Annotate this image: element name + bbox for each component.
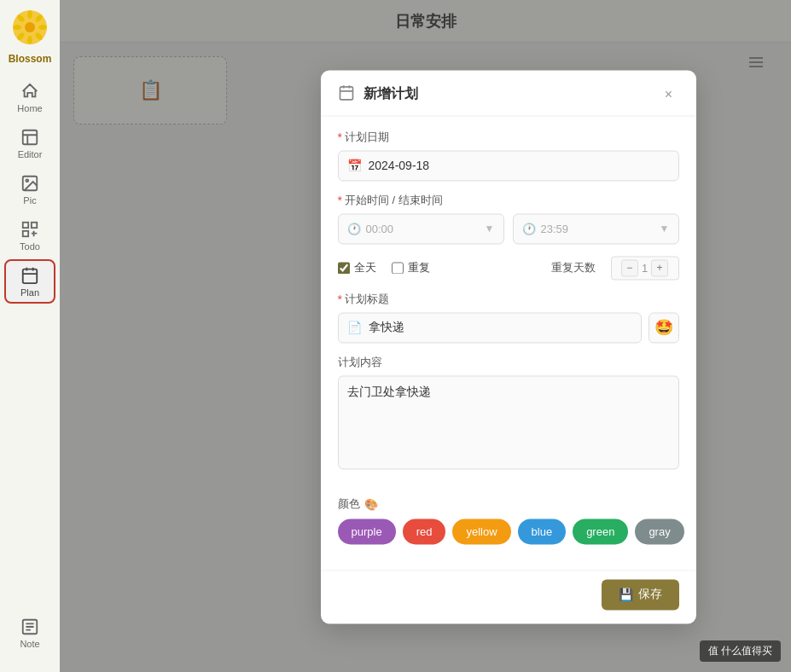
color-field: 颜色 🎨 purpleredyellowbluegreengray bbox=[338, 496, 679, 544]
sidebar: Blossom Home Editor Pic Todo Plan Note bbox=[0, 0, 60, 672]
sidebar-item-pic-label: Pic bbox=[23, 195, 36, 206]
sidebar-item-plan-label: Plan bbox=[20, 287, 39, 298]
plan-date-value[interactable] bbox=[369, 159, 670, 172]
svg-point-2 bbox=[27, 10, 32, 19]
repeat-days-input: − 1 + bbox=[611, 256, 679, 280]
svg-point-4 bbox=[38, 25, 47, 30]
start-time-select[interactable]: 🕐 00:00 ▼ bbox=[338, 213, 504, 244]
dialog-header: 新增计划 × bbox=[321, 70, 696, 116]
sidebar-item-todo-label: Todo bbox=[20, 241, 40, 252]
emoji-button[interactable]: 🤩 bbox=[649, 312, 679, 343]
sidebar-item-plan[interactable]: Plan bbox=[4, 259, 55, 304]
sidebar-item-todo[interactable]: Todo bbox=[4, 213, 55, 258]
svg-rect-14 bbox=[32, 222, 37, 227]
save-icon: 💾 bbox=[619, 588, 633, 601]
chevron-down-icon-end: ▼ bbox=[660, 223, 670, 235]
new-plan-dialog: 新增计划 × * 计划日期 📅 * 开始时间 / 结束时间 bbox=[321, 70, 696, 623]
chevron-down-icon: ▼ bbox=[485, 223, 495, 235]
color-btn-green[interactable]: green bbox=[573, 518, 628, 544]
color-label: 颜色 🎨 bbox=[338, 496, 679, 512]
calendar-icon: 📅 bbox=[347, 159, 362, 172]
start-time-value: 00:00 bbox=[366, 223, 394, 235]
dialog-header-icon bbox=[338, 84, 355, 105]
color-btn-red[interactable]: red bbox=[403, 518, 446, 544]
color-btn-yellow[interactable]: yellow bbox=[452, 518, 510, 544]
sidebar-item-home-label: Home bbox=[17, 103, 42, 113]
repeat-days-label: 重复天数 bbox=[551, 260, 596, 275]
plan-content-label: 计划内容 bbox=[338, 355, 679, 370]
time-row: 🕐 00:00 ▼ 🕐 23:59 ▼ bbox=[338, 213, 679, 244]
color-btn-purple[interactable]: purple bbox=[338, 518, 396, 544]
save-button[interactable]: 💾 保存 bbox=[602, 579, 679, 610]
svg-rect-13 bbox=[23, 222, 28, 227]
time-label: * 开始时间 / 结束时间 bbox=[338, 193, 679, 208]
doc-icon: 📄 bbox=[347, 321, 362, 334]
sidebar-item-home[interactable]: Home bbox=[4, 75, 55, 119]
plan-content-textarea[interactable]: 去门卫处拿快递 bbox=[338, 375, 679, 469]
svg-point-6 bbox=[27, 36, 32, 44]
color-row: purpleredyellowbluegreengray bbox=[338, 518, 679, 544]
palette-icon: 🎨 bbox=[364, 498, 378, 511]
plan-date-label: * 计划日期 bbox=[338, 130, 679, 145]
sidebar-item-note-label: Note bbox=[20, 639, 39, 649]
repeat-days-value: 1 bbox=[642, 262, 648, 275]
sidebar-item-editor[interactable]: Editor bbox=[4, 121, 55, 165]
watermark: 值 什么值得买 bbox=[700, 640, 781, 662]
app-logo bbox=[11, 9, 49, 49]
repeat-checkbox[interactable]: 重复 bbox=[392, 260, 430, 275]
plan-content-field: 计划内容 去门卫处拿快递 bbox=[338, 355, 679, 484]
dialog-footer: 💾 保存 bbox=[321, 570, 696, 623]
svg-point-1 bbox=[25, 22, 35, 32]
allday-checkbox[interactable]: 全天 bbox=[338, 260, 376, 275]
svg-rect-16 bbox=[23, 269, 38, 283]
close-button[interactable]: × bbox=[659, 84, 679, 105]
end-time-value: 23:59 bbox=[541, 223, 569, 235]
sidebar-item-pic[interactable]: Pic bbox=[4, 167, 55, 211]
end-time-select[interactable]: 🕐 23:59 ▼ bbox=[513, 213, 679, 244]
clock-icon: 🕐 bbox=[347, 223, 361, 235]
plan-title-input[interactable]: 📄 bbox=[338, 312, 642, 343]
repeat-days-decrease[interactable]: − bbox=[621, 259, 638, 276]
svg-rect-10 bbox=[23, 130, 38, 144]
options-row: 全天 重复 重复天数 − 1 + bbox=[338, 256, 679, 280]
dialog-title: 新增计划 bbox=[364, 85, 650, 103]
repeat-days-increase[interactable]: + bbox=[651, 259, 668, 276]
plan-date-field: * 计划日期 📅 bbox=[338, 130, 679, 181]
clock-icon-end: 🕐 bbox=[522, 223, 536, 235]
time-field: * 开始时间 / 结束时间 🕐 00:00 ▼ 🕐 23:59 ▼ bbox=[338, 193, 679, 244]
svg-point-8 bbox=[13, 25, 21, 30]
plan-date-input[interactable]: 📅 bbox=[338, 150, 679, 181]
svg-point-12 bbox=[26, 179, 28, 182]
plan-title-row: 📄 🤩 bbox=[338, 312, 679, 343]
plan-title-value[interactable] bbox=[369, 321, 632, 334]
svg-rect-15 bbox=[23, 230, 28, 235]
sidebar-item-note[interactable]: Note bbox=[4, 611, 55, 655]
sidebar-item-editor-label: Editor bbox=[18, 149, 43, 159]
plan-title-label: * 计划标题 bbox=[338, 292, 679, 307]
color-btn-blue[interactable]: blue bbox=[518, 518, 567, 544]
plan-title-field: * 计划标题 📄 🤩 bbox=[338, 292, 679, 343]
color-btn-gray[interactable]: gray bbox=[635, 518, 683, 544]
brand-label: Blossom bbox=[9, 53, 52, 65]
dialog-body: * 计划日期 📅 * 开始时间 / 结束时间 🕐 00:00 ▼ bbox=[321, 116, 696, 570]
